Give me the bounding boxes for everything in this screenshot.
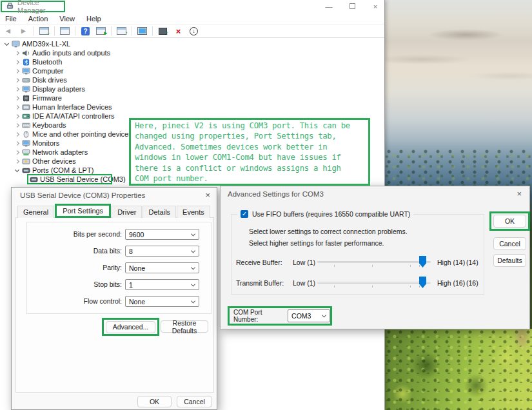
chevron-right-icon[interactable] [13, 133, 21, 136]
close-icon[interactable]: × [205, 191, 210, 199]
chevron-down-icon [191, 248, 195, 253]
action-pane-icon[interactable] [95, 26, 106, 36]
receive-buffer-high-label: High (14) [437, 259, 465, 266]
chevron-down-icon [191, 265, 195, 269]
chevron-right-icon[interactable] [13, 124, 21, 127]
transmit-buffer-high-label: High (16) [437, 279, 465, 287]
chevron-down-icon[interactable] [13, 170, 21, 171]
chevron-right-icon[interactable] [13, 88, 21, 91]
title-bar: Device Manager — × [0, 0, 384, 13]
flow-control-value: None [129, 298, 145, 306]
data-bits-value: 8 [129, 248, 133, 255]
chevron-right-icon[interactable] [13, 160, 21, 163]
parity-select[interactable]: None [125, 262, 199, 273]
bits-per-second-label: Bits per second: [25, 230, 122, 238]
chevron-right-icon[interactable] [13, 52, 21, 55]
menu-item-action[interactable]: Action [28, 15, 48, 23]
window-controls: — × [325, 0, 379, 13]
tab-port-settings[interactable]: Port Settings [55, 204, 111, 218]
transmit-buffer-label: Transmit Buffer: [236, 279, 284, 287]
tree-item-label: Display adapters [31, 85, 85, 93]
tab-driver[interactable]: Driver [112, 206, 142, 218]
tree-item-display-adapters[interactable]: Display adapters [0, 84, 384, 93]
transmit-buffer-ticks [317, 286, 431, 288]
forward-icon[interactable]: ► [18, 26, 29, 36]
bits-per-second-value: 9600 [129, 231, 144, 239]
com-port-select[interactable]: COM3 [288, 309, 330, 322]
disk-icon [21, 77, 31, 84]
fifo-checkbox-row: ✓ Use FIFO buffers (requires 16550 compa… [237, 210, 413, 219]
firmware-icon [21, 95, 31, 102]
transmit-buffer-slider-track[interactable] [317, 282, 431, 284]
maximize-button[interactable] [348, 3, 356, 10]
properties-ok-button[interactable]: OK [137, 396, 172, 407]
menu-item-view[interactable]: View [59, 15, 75, 23]
minimize-button[interactable]: — [325, 3, 333, 10]
help-icon[interactable]: ? [80, 26, 91, 36]
console-tree-icon[interactable] [39, 26, 50, 36]
toolbar-separator [34, 26, 34, 35]
receive-buffer-label: Receive Buffer: [236, 259, 282, 266]
data-bits-select[interactable]: 8 [125, 246, 199, 257]
chevron-down-icon [191, 298, 195, 303]
bits-per-second-select[interactable]: 9600 [125, 229, 199, 240]
uninstall-device-icon[interactable]: × [173, 26, 184, 36]
chevron-right-icon[interactable] [13, 61, 21, 64]
chevron-right-icon[interactable] [13, 79, 21, 82]
advanced-ok-button[interactable]: OK [493, 215, 526, 228]
disable-device-icon[interactable]: ↓ [188, 26, 199, 36]
properties-cancel-button[interactable]: Cancel [177, 396, 212, 407]
tree-item-amd39x-ll-xl[interactable]: AMD39x-LL-XL [0, 39, 384, 48]
device-manager-icon [6, 1, 14, 12]
tree-item-label: Human Interface Devices [31, 103, 112, 111]
scan-hardware-changes-icon[interactable] [116, 26, 127, 36]
advanced-defaults-button[interactable]: Defaults [493, 254, 526, 267]
fifo-checkbox[interactable]: ✓ [241, 210, 248, 218]
computer-icon[interactable] [137, 26, 148, 36]
tree-item-label: Other devices [31, 157, 76, 165]
tab-events[interactable]: Events [177, 206, 210, 218]
restore-defaults-button[interactable]: Restore Defaults [161, 320, 208, 333]
receive-buffer-slider-track[interactable] [317, 261, 431, 263]
tab-strip: GeneralPort SettingsDriverDetailsEvents [17, 205, 211, 218]
tree-item-label: USB Serial Device (COM3) [39, 175, 126, 183]
close-icon[interactable]: × [517, 190, 522, 198]
tree-item-disk-drives[interactable]: Disk drives [0, 75, 384, 84]
parity-label: Parity: [25, 264, 122, 271]
menu-item-file[interactable]: File [5, 15, 17, 23]
tree-item-human-interface-devices[interactable]: Human Interface Devices [0, 102, 384, 112]
field-row-parity: Parity:None [12, 262, 217, 273]
chevron-right-icon[interactable] [13, 151, 21, 154]
tree-item-audio-inputs-and-outputs[interactable]: Audio inputs and outputs [0, 48, 384, 57]
hint-lower-settings: Select lower settings to correct connect… [249, 228, 408, 235]
ports-icon [21, 167, 31, 174]
fifo-checkbox-label: Use FIFO buffers (requires 16550 compati… [252, 210, 410, 218]
tab-details[interactable]: Details [143, 206, 176, 218]
chevron-right-icon[interactable] [13, 115, 21, 118]
stop-bits-select[interactable]: 1 [125, 279, 199, 290]
field-row-bits-per-second: Bits per second:9600 [12, 229, 217, 240]
tree-item-firmware[interactable]: Firmware [0, 93, 384, 102]
screen: Device Manager — × FileActionViewHelp ◄►… [0, 0, 532, 410]
tree-item-label: AMD39x-LL-XL [21, 40, 70, 48]
menu-item-help[interactable]: Help [86, 15, 101, 23]
advanced-cancel-button[interactable]: Cancel [493, 237, 526, 250]
network-icon [21, 149, 31, 156]
close-button[interactable]: × [371, 3, 379, 10]
annotation-box: Here, pineci V2 is using COM3 port. This… [129, 118, 370, 186]
back-icon[interactable]: ◄ [3, 26, 14, 36]
com-port-label: COM Port Number: [230, 309, 285, 323]
chevron-right-icon[interactable] [13, 97, 21, 100]
tree-item-bluetooth[interactable]: Bluetooth [0, 57, 384, 66]
update-driver-icon[interactable] [157, 26, 168, 36]
transmit-buffer-low-label: Low (1) [293, 279, 315, 287]
chevron-right-icon[interactable] [13, 106, 21, 109]
advanced-button[interactable]: Advanced... [106, 321, 155, 333]
tree-item-computer[interactable]: Computer [0, 66, 384, 75]
chevron-down-icon[interactable] [3, 43, 10, 45]
chevron-right-icon[interactable] [13, 142, 21, 145]
properties-icon[interactable] [59, 26, 70, 36]
flow-control-select[interactable]: None [125, 296, 199, 307]
chevron-right-icon[interactable] [13, 70, 21, 73]
tab-general[interactable]: General [17, 206, 54, 218]
